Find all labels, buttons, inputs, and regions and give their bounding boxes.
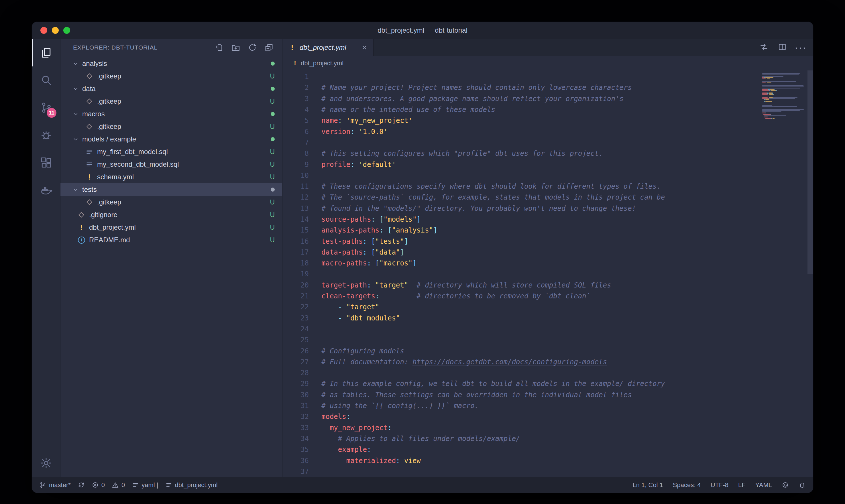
tree-item-my_first_dbt_model.sql[interactable]: my_first_dbt_model.sqlU [60,145,282,158]
sql-icon [85,160,94,169]
git-icon [77,211,86,219]
git-icon [85,122,94,131]
code-line-28[interactable]: 28 [283,367,813,378]
file-label: .gitkeep [97,198,121,206]
new-file-button[interactable] [215,43,224,52]
code-line-34[interactable]: 34 # Applies to all files under models/e… [283,433,813,444]
code-line-37[interactable]: 37 [283,466,813,477]
code-line-7[interactable]: 7 [283,137,813,148]
code-line-31[interactable]: 31# using the `{{ config(...) }}` macro. [283,400,813,411]
tree-item-models-example[interactable]: models / example [60,133,282,145]
code-line-9[interactable]: 9profile: 'default' [283,159,813,170]
code-line-5[interactable]: 5name: 'my_new_project' [283,115,813,126]
line-number: 22 [283,303,309,311]
refresh-explorer-button[interactable] [248,43,257,52]
tree-item-analysis[interactable]: analysis [60,57,282,70]
code-line-21[interactable]: 21clean-targets: # directories to be rem… [283,291,813,302]
code-line-19[interactable]: 19 [283,269,813,280]
activity-source-control-button[interactable]: 11 [32,94,60,122]
close-window-button[interactable] [40,27,47,34]
scrollbar-thumb[interactable] [808,70,813,274]
code-line-16[interactable]: 16test-paths: ["tests"] [283,236,813,247]
tree-item-macros[interactable]: macros [60,108,282,120]
tree-item-tests[interactable]: tests [60,183,282,196]
activity-explorer-button[interactable] [32,39,60,67]
more-actions-button[interactable]: ··· [796,43,805,52]
code-line-14[interactable]: 14source-paths: ["models"] [283,214,813,225]
code-line-10[interactable]: 10 [283,170,813,181]
status-indentation[interactable]: Spaces: 4 [673,481,701,489]
code-line-13[interactable]: 13# found in the "models/" directory. Yo… [283,203,813,214]
code-line-17[interactable]: 17data-paths: ["data"] [283,247,813,258]
code-line-20[interactable]: 20target-path: "target" # directory whic… [283,280,813,291]
code-line-36[interactable]: 36 materialized: view [283,455,813,466]
tree-item-.gitkeep[interactable]: .gitkeepU [60,95,282,108]
code-line-23[interactable]: 23 - "dbt_modules" [283,313,813,324]
code-line-1[interactable]: 1 [283,71,813,82]
code-line-6[interactable]: 6version: '1.0.0' [283,126,813,137]
code-line-3[interactable]: 3# and underscores. A good package name … [283,93,813,104]
status-warnings[interactable]: 0 [112,481,125,489]
code-line-29[interactable]: 29# In this example config, we tell dbt … [283,378,813,389]
status-feedback[interactable] [782,481,789,488]
zoom-window-button[interactable] [63,27,70,34]
error-icon [92,481,99,488]
status-errors[interactable]: 0 [92,481,105,489]
status-yaml-status[interactable]: yaml | [132,481,158,489]
code-line-22[interactable]: 22 - "target" [283,302,813,312]
code-line-30[interactable]: 30# as tables. These settings can be ove… [283,390,813,400]
code-line-26[interactable]: 26# Configuring models [283,345,813,356]
code-line-2[interactable]: 2# Name your project! Project names shou… [283,82,813,93]
code-line-33[interactable]: 33 my_new_project: [283,422,813,433]
tree-item-data[interactable]: data [60,83,282,95]
code-line-32[interactable]: 32models: [283,411,813,422]
breadcrumb[interactable]: ! dbt_project.yml [283,56,813,70]
tree-item-readme.md[interactable]: iREADME.mdU [60,234,282,246]
status-notifications[interactable] [798,481,806,488]
status-sync[interactable] [78,481,85,488]
activity-search-button[interactable] [32,67,60,94]
open-changes-button[interactable] [759,42,769,53]
editor-scrollbar[interactable] [808,70,813,477]
code-line-24[interactable]: 24 [283,324,813,335]
split-editor-button[interactable] [778,42,787,53]
code-line-18[interactable]: 18macro-paths: ["macros"] [283,258,813,269]
activity-docker-button[interactable] [32,176,60,204]
collapse-folders-button[interactable] [264,43,273,52]
status-cursor-position[interactable]: Ln 1, Col 1 [632,481,663,489]
new-folder-button[interactable] [231,43,240,52]
activity-settings-button[interactable] [32,449,60,477]
activity-extensions-button[interactable] [32,149,60,176]
code-line-4[interactable]: 4# name or the intended use of these mod… [283,104,813,115]
minimize-window-button[interactable] [52,27,59,34]
status-language-mode[interactable]: YAML [755,481,772,489]
git-status-badge: U [270,211,275,219]
tree-item-.gitkeep[interactable]: .gitkeepU [60,70,282,83]
tree-item-.gitkeep[interactable]: .gitkeepU [60,120,282,133]
tree-item-.gitignore[interactable]: .gitignoreU [60,209,282,221]
title-bar[interactable]: dbt_project.yml — dbt-tutorial [32,22,813,39]
code-line-35[interactable]: 35 example: [283,444,813,455]
code-line-11[interactable]: 11# These configurations specify where d… [283,181,813,192]
status-branch[interactable]: master* [39,481,71,489]
code-line-12[interactable]: 12# The `source-paths` config, for examp… [283,192,813,203]
status-encoding[interactable]: UTF-8 [711,481,729,489]
line-number: 1 [283,73,309,81]
status-eol[interactable]: LF [738,481,745,489]
tab-dbt-project-yml[interactable]: ! dbt_project.yml × [283,39,374,56]
tree-item-schema.yml[interactable]: !schema.ymlU [60,171,282,183]
new-file-icon [215,43,224,52]
activity-run-debug-button[interactable] [32,122,60,149]
yaml-icon: ! [85,173,94,181]
close-tab-icon[interactable]: × [362,43,367,52]
code-line-8[interactable]: 8# This setting configures which "profil… [283,148,813,159]
status-active-file[interactable]: dbt_project.yml [165,481,218,489]
code-line-15[interactable]: 15analysis-paths: ["analysis"] [283,225,813,236]
tree-item-my_second_dbt_model.sql[interactable]: my_second_dbt_model.sqlU [60,158,282,171]
tree-item-dbt_project.yml[interactable]: !dbt_project.ymlU [60,221,282,234]
code-line-27[interactable]: 27# Full documentation: https://docs.get… [283,357,813,367]
tree-item-.gitkeep[interactable]: .gitkeepU [60,196,282,209]
line-number: 6 [283,128,309,136]
minimap[interactable] [762,72,806,121]
code-line-25[interactable]: 25 [283,335,813,345]
